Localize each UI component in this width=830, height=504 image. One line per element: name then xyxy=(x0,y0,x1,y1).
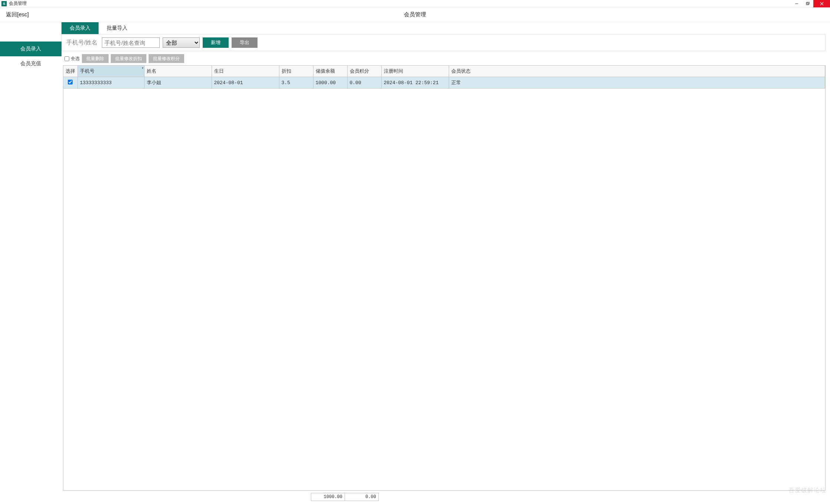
total-balance: 1000.00 xyxy=(311,493,345,501)
svg-rect-1 xyxy=(806,3,809,5)
search-input[interactable] xyxy=(102,37,160,48)
bulk-actions: 全选 批量删除 批量修改折扣 批量修改积分 xyxy=(62,51,830,65)
cell-points: 0.00 xyxy=(347,77,381,89)
sidebar: 会员录入 会员充值 xyxy=(0,22,62,504)
page-title: 会员管理 xyxy=(404,11,426,18)
bulk-points-button[interactable]: 批量修改积分 xyxy=(149,54,184,63)
cell-phone: 13333333333 xyxy=(77,77,144,89)
row-checkbox[interactable] xyxy=(68,80,73,84)
titlebar: S 会员管理 xyxy=(0,0,830,7)
th-register-time[interactable]: 注册时间 xyxy=(381,66,449,77)
tab-member-entry[interactable]: 会员录入 xyxy=(62,22,99,34)
th-name[interactable]: 姓名 xyxy=(144,66,212,77)
bulk-discount-button[interactable]: 批量修改折扣 xyxy=(111,54,146,63)
table-container: 选择 手机号▾ 姓名 生日 折扣 储值余额 会员积分 注册时间 会员状态 13 xyxy=(63,65,826,491)
table-header-row: 选择 手机号▾ 姓名 生日 折扣 储值余额 会员积分 注册时间 会员状态 xyxy=(63,66,825,77)
add-button[interactable]: 新增 xyxy=(203,37,229,48)
th-birthday[interactable]: 生日 xyxy=(212,66,279,77)
members-table: 选择 手机号▾ 姓名 生日 折扣 储值余额 会员积分 注册时间 会员状态 13 xyxy=(63,66,825,89)
footer-totals: 1000.00 0.00 xyxy=(63,493,826,501)
svg-rect-2 xyxy=(807,2,809,4)
th-discount[interactable]: 折扣 xyxy=(279,66,313,77)
tab-batch-import[interactable]: 批量导入 xyxy=(99,22,136,34)
cell-name: 李小姐 xyxy=(144,77,212,89)
th-select[interactable]: 选择 xyxy=(63,66,77,77)
close-button[interactable] xyxy=(813,0,830,7)
sort-indicator-icon: ▾ xyxy=(142,66,143,70)
app-icon: S xyxy=(1,1,7,6)
filter-label: 手机号/姓名 xyxy=(65,39,99,47)
select-all-label[interactable]: 全选 xyxy=(64,56,80,62)
cell-discount: 3.5 xyxy=(279,77,313,89)
back-button[interactable]: 返回[esc] xyxy=(6,11,29,18)
window-title: 会员管理 xyxy=(9,0,27,7)
select-all-checkbox[interactable] xyxy=(64,56,69,61)
watermark: 吾爱破解论坛 xyxy=(788,487,826,494)
minimize-button[interactable] xyxy=(791,0,802,7)
filter-bar: 手机号/姓名 全部 新增 导出 xyxy=(62,34,826,51)
cell-balance: 1000.00 xyxy=(313,77,347,89)
topbar: 返回[esc] 会员管理 xyxy=(0,7,830,22)
export-button[interactable]: 导出 xyxy=(232,37,258,48)
tabs: 会员录入 批量导入 xyxy=(62,22,830,34)
th-status[interactable]: 会员状态 xyxy=(449,66,825,77)
th-points[interactable]: 会员积分 xyxy=(347,66,381,77)
total-points: 0.00 xyxy=(345,493,379,501)
th-balance[interactable]: 储值余额 xyxy=(313,66,347,77)
sidebar-item-member-recharge[interactable]: 会员充值 xyxy=(0,56,62,71)
cell-register-time: 2024-08-01 22:59:21 xyxy=(381,77,449,89)
sidebar-item-member-entry[interactable]: 会员录入 xyxy=(0,42,62,56)
th-phone[interactable]: 手机号▾ xyxy=(77,66,144,77)
table-row[interactable]: 13333333333 李小姐 2024-08-01 3.5 1000.00 0… xyxy=(63,77,825,89)
maximize-button[interactable] xyxy=(802,0,813,7)
status-select[interactable]: 全部 xyxy=(163,37,200,48)
bulk-delete-button[interactable]: 批量删除 xyxy=(82,54,109,63)
cell-birthday: 2024-08-01 xyxy=(212,77,279,89)
cell-status: 正常 xyxy=(449,77,825,89)
